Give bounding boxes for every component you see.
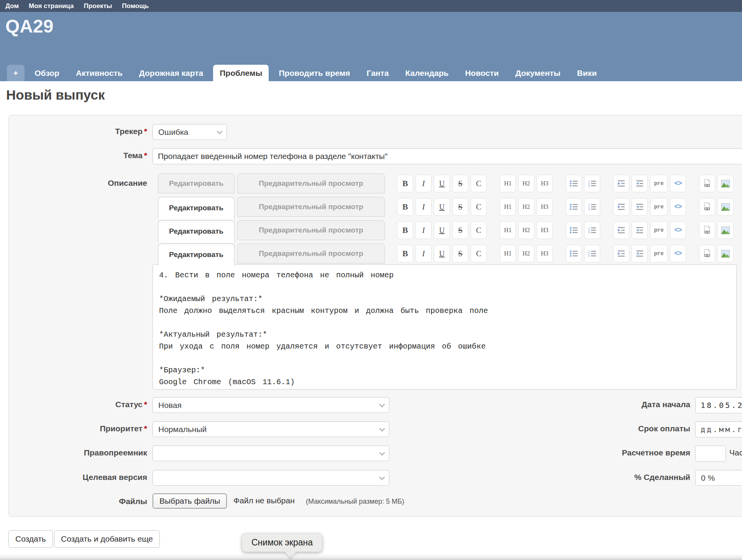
numbered-list-button[interactable]: 123 bbox=[584, 245, 600, 262]
bold-button[interactable]: B bbox=[397, 175, 413, 192]
pre-button[interactable]: pre bbox=[650, 245, 668, 262]
heading1-button[interactable]: H1 bbox=[500, 198, 516, 216]
estimated-time-input[interactable] bbox=[695, 445, 726, 462]
indent-button[interactable] bbox=[613, 175, 629, 192]
bulleted-list-button[interactable] bbox=[566, 245, 582, 262]
image-button[interactable] bbox=[717, 198, 734, 216]
heading1-button[interactable]: H1 bbox=[500, 221, 516, 239]
description-textarea[interactable]: 4. Вести в поле номера телефона не полны… bbox=[153, 264, 737, 390]
bold-button[interactable]: B bbox=[397, 198, 413, 216]
heading2-button[interactable]: H2 bbox=[518, 221, 534, 239]
code-block-button[interactable]: <> bbox=[670, 175, 686, 192]
preview-tab[interactable]: Предварительный просмотр bbox=[237, 220, 385, 240]
inline-code-button[interactable]: C bbox=[471, 175, 487, 192]
inline-code-button[interactable]: C bbox=[471, 221, 487, 239]
wiki-link-button[interactable] bbox=[699, 175, 715, 192]
outdent-button[interactable] bbox=[632, 175, 648, 192]
heading1-button[interactable]: H1 bbox=[500, 245, 516, 262]
heading2-button[interactable]: H2 bbox=[518, 175, 534, 192]
strikethrough-button[interactable]: S bbox=[452, 175, 468, 192]
indent-button[interactable] bbox=[613, 198, 629, 216]
preview-tab[interactable]: Предварительный просмотр bbox=[237, 174, 385, 193]
bold-button[interactable]: B bbox=[397, 245, 413, 262]
project-tab[interactable]: Вики bbox=[571, 65, 604, 81]
wiki-link-button[interactable] bbox=[699, 221, 715, 239]
due-date-input[interactable] bbox=[695, 421, 742, 437]
topbar-menu-item[interactable]: Проекты bbox=[84, 2, 112, 10]
heading2-button[interactable]: H2 bbox=[518, 198, 534, 216]
code-block-button[interactable]: <> bbox=[670, 221, 686, 239]
create-and-continue-button[interactable]: Создать и добавить еще bbox=[54, 530, 160, 548]
wiki-link-button[interactable] bbox=[699, 245, 715, 262]
pre-button[interactable]: pre bbox=[650, 198, 668, 216]
italic-button[interactable]: I bbox=[415, 198, 432, 216]
strikethrough-button[interactable]: S bbox=[452, 198, 468, 216]
bulleted-list-button[interactable] bbox=[566, 175, 582, 192]
target-version-select[interactable] bbox=[153, 470, 389, 486]
project-tab[interactable]: Проблемы bbox=[213, 65, 269, 81]
edit-tab[interactable]: Редактировать bbox=[158, 197, 235, 219]
preview-tab[interactable]: Предварительный просмотр bbox=[237, 244, 385, 264]
choose-files-button[interactable]: Выбрать файлы bbox=[153, 493, 227, 509]
project-tab[interactable]: Ганта bbox=[360, 65, 396, 81]
topbar-menu-item[interactable]: Помощь bbox=[122, 2, 149, 10]
edit-tab[interactable]: Редактировать bbox=[158, 220, 235, 242]
numbered-list-button[interactable]: 123 bbox=[584, 175, 600, 192]
tracker-select[interactable]: Ошибка bbox=[153, 124, 227, 140]
project-tab[interactable]: Календарь bbox=[399, 65, 455, 81]
outdent-button[interactable] bbox=[632, 198, 648, 216]
create-button[interactable]: Создать bbox=[8, 530, 53, 548]
code-block-button[interactable]: <> bbox=[670, 198, 686, 216]
image-button[interactable] bbox=[717, 245, 734, 262]
project-tab[interactable]: Новости bbox=[458, 65, 505, 81]
project-tab[interactable]: Документы bbox=[509, 65, 567, 81]
add-tab-button[interactable]: + bbox=[7, 65, 25, 81]
project-tab[interactable]: Дорожная карта bbox=[133, 65, 210, 81]
strikethrough-button[interactable]: S bbox=[452, 221, 468, 239]
image-button[interactable] bbox=[717, 221, 734, 239]
pre-button[interactable]: pre bbox=[650, 175, 668, 192]
underline-button[interactable]: U bbox=[434, 245, 450, 262]
heading3-button[interactable]: H3 bbox=[537, 175, 553, 192]
bulleted-list-button[interactable] bbox=[566, 221, 582, 239]
project-tab[interactable]: Обзор bbox=[28, 65, 66, 81]
indent-button[interactable] bbox=[613, 245, 629, 262]
heading1-button[interactable]: H1 bbox=[500, 175, 516, 192]
project-tab[interactable]: Активность bbox=[69, 65, 129, 81]
bulleted-list-button[interactable] bbox=[566, 198, 582, 216]
assignee-select[interactable] bbox=[153, 445, 389, 461]
numbered-list-button[interactable]: 123 bbox=[584, 221, 600, 239]
outdent-button[interactable] bbox=[632, 221, 648, 239]
status-select[interactable]: Новая bbox=[153, 397, 389, 413]
subject-input[interactable] bbox=[153, 148, 742, 164]
inline-code-button[interactable]: C bbox=[471, 245, 487, 262]
inline-code-button[interactable]: C bbox=[471, 198, 487, 216]
heading3-button[interactable]: H3 bbox=[537, 198, 553, 216]
priority-select[interactable]: Нормальный bbox=[153, 421, 389, 437]
italic-button[interactable]: I bbox=[415, 175, 432, 192]
italic-button[interactable]: I bbox=[415, 245, 432, 262]
edit-tab[interactable]: Редактировать bbox=[158, 174, 235, 193]
heading3-button[interactable]: H3 bbox=[537, 245, 553, 262]
underline-button[interactable]: U bbox=[434, 175, 450, 192]
code-block-button[interactable]: <> bbox=[670, 245, 686, 262]
done-ratio-select[interactable]: 0 % bbox=[695, 470, 742, 486]
start-date-input[interactable] bbox=[695, 397, 742, 413]
wiki-link-button[interactable] bbox=[699, 198, 715, 216]
topbar-menu-item[interactable]: Моя страница bbox=[29, 2, 74, 10]
strikethrough-button[interactable]: S bbox=[452, 245, 468, 262]
heading2-button[interactable]: H2 bbox=[518, 245, 534, 262]
bold-button[interactable]: B bbox=[397, 221, 413, 239]
edit-tab[interactable]: Редактировать bbox=[158, 244, 235, 266]
heading3-button[interactable]: H3 bbox=[537, 221, 553, 239]
indent-button[interactable] bbox=[613, 221, 629, 239]
topbar-menu-item[interactable]: Дом bbox=[5, 2, 19, 10]
image-button[interactable] bbox=[717, 175, 734, 192]
underline-button[interactable]: U bbox=[434, 198, 450, 216]
project-tab[interactable]: Проводить время bbox=[272, 65, 356, 81]
numbered-list-button[interactable]: 123 bbox=[584, 198, 600, 216]
outdent-button[interactable] bbox=[632, 245, 648, 262]
italic-button[interactable]: I bbox=[415, 221, 432, 239]
preview-tab[interactable]: Предварительный просмотр bbox=[237, 197, 385, 217]
underline-button[interactable]: U bbox=[434, 221, 450, 239]
